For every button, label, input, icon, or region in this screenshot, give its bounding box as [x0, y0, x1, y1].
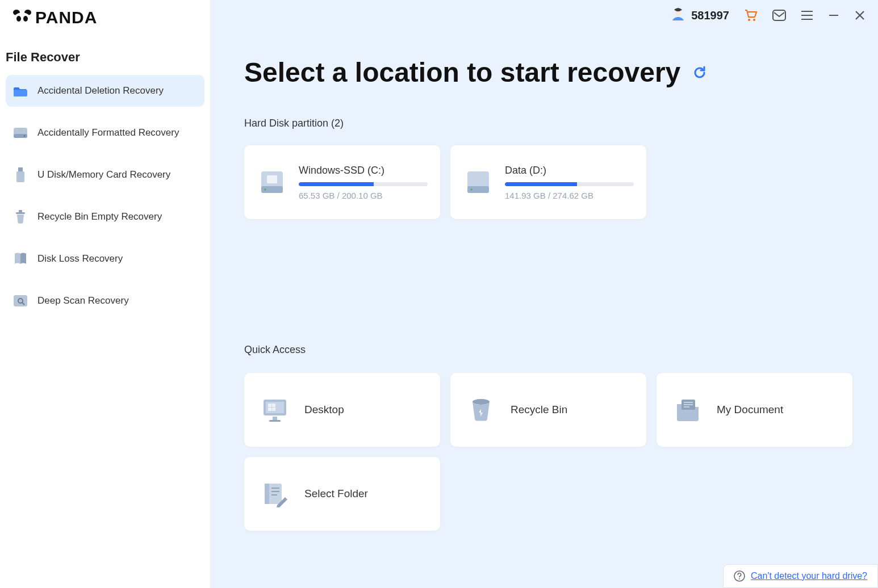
svg-point-33 [470, 188, 472, 190]
document-icon [674, 396, 701, 423]
quick-label: Select Folder [304, 488, 368, 500]
svg-rect-29 [267, 175, 277, 183]
sidebar-item-label: Deep Scan Recovery [37, 295, 129, 306]
help-link[interactable]: Can't detect your hard drive? [751, 571, 867, 581]
svg-point-3 [16, 16, 21, 22]
page-title: Select a location to start recovery [244, 57, 680, 88]
partition-usage-bar [505, 182, 634, 186]
close-button[interactable] [854, 10, 866, 21]
sidebar-item-label: U Disk/Memory Card Recovery [37, 169, 170, 180]
brand-name: PANDA [35, 8, 97, 27]
sidebar-item-label: Recycle Bin Empty Recovery [37, 211, 162, 222]
refresh-icon [692, 65, 708, 81]
folder-icon [14, 84, 27, 98]
user-id: 581997 [691, 9, 729, 22]
sidebar-item-formatted[interactable]: Accidentally Formatted Recovery [6, 117, 204, 149]
partition-size-text: 65.53 GB / 200.10 GB [299, 191, 428, 200]
help-chip[interactable]: Can't detect your hard drive? [723, 564, 878, 588]
sidebar: PANDA File Recover Accidental Deletion R… [0, 0, 210, 588]
mail-icon [772, 10, 786, 21]
cart-button[interactable] [744, 9, 758, 22]
partition-name: Data (D:) [505, 165, 634, 177]
minimize-button[interactable] [828, 10, 839, 21]
svg-point-19 [753, 19, 755, 21]
svg-rect-7 [14, 134, 27, 138]
quick-card-my-document[interactable]: My Document [657, 373, 852, 447]
sidebar-item-disk-loss[interactable]: Disk Loss Recovery [6, 243, 204, 275]
quick-card-recycle-bin[interactable]: Recycle Bin [450, 373, 646, 447]
sidebar-item-label: Accidental Deletion Recovery [37, 85, 164, 96]
brand-logo: PANDA [0, 0, 210, 33]
bin-icon [467, 396, 495, 423]
sidebar-item-label: Disk Loss Recovery [37, 253, 123, 264]
svg-rect-36 [273, 417, 277, 420]
book-icon [14, 252, 27, 266]
partition-name: Windows-SSD (C:) [299, 165, 428, 177]
sidebar-item-usb[interactable]: U Disk/Memory Card Recovery [6, 159, 204, 191]
user-account[interactable]: 581997 [671, 8, 729, 23]
svg-rect-41 [272, 408, 275, 411]
sidebar-nav: Accidental Deletion Recovery Accidentall… [0, 75, 210, 317]
svg-rect-48 [265, 484, 269, 504]
monitor-icon [261, 396, 289, 423]
svg-point-4 [23, 16, 28, 22]
topbar: 581997 [671, 8, 866, 23]
hdd-windows-icon [257, 167, 287, 198]
sidebar-item-accidental-deletion[interactable]: Accidental Deletion Recovery [6, 75, 204, 107]
close-icon [854, 10, 866, 21]
avatar-icon [671, 8, 685, 23]
svg-point-2 [14, 12, 31, 26]
menu-button[interactable] [801, 10, 813, 20]
mail-button[interactable] [772, 10, 786, 21]
partition-card-d[interactable]: Data (D:) 141.93 GB / 274.62 GB [450, 145, 646, 219]
svg-point-53 [739, 578, 740, 579]
sidebar-section-title: File Recover [0, 33, 210, 75]
partitions-heading: Hard Disk partition (2) [244, 117, 844, 129]
svg-rect-38 [268, 404, 271, 407]
panda-icon [12, 9, 32, 26]
svg-point-8 [24, 135, 26, 137]
quick-card-select-folder[interactable]: Select Folder [244, 457, 440, 531]
svg-point-18 [748, 19, 750, 21]
trash-icon [14, 210, 27, 224]
svg-rect-20 [773, 10, 785, 20]
svg-rect-37 [269, 420, 281, 422]
hamburger-icon [801, 10, 813, 20]
folder-edit-icon [261, 480, 289, 507]
partitions-row: Windows-SSD (C:) 65.53 GB / 200.10 GB Da… [244, 145, 844, 219]
svg-point-42 [473, 399, 490, 405]
quick-label: My Document [717, 404, 783, 416]
usb-icon [14, 168, 27, 182]
svg-rect-13 [14, 295, 27, 306]
partition-usage-bar [299, 182, 428, 186]
svg-rect-9 [18, 167, 23, 171]
svg-rect-39 [272, 404, 275, 407]
cart-icon [744, 9, 758, 22]
svg-rect-40 [268, 408, 271, 411]
help-icon [734, 570, 745, 582]
svg-rect-11 [16, 212, 25, 214]
quick-label: Recycle Bin [511, 404, 567, 416]
sidebar-item-deep-scan[interactable]: Deep Scan Recovery [6, 285, 204, 317]
quick-access-heading: Quick Access [244, 344, 844, 356]
scan-icon [14, 294, 27, 308]
quick-label: Desktop [304, 404, 344, 416]
minimize-icon [828, 10, 839, 21]
svg-rect-5 [14, 90, 27, 96]
svg-rect-31 [467, 171, 489, 188]
svg-rect-12 [19, 210, 22, 212]
refresh-button[interactable] [692, 65, 708, 81]
hdd-data-icon [463, 167, 494, 198]
partition-size-text: 141.93 GB / 274.62 GB [505, 191, 634, 200]
main-area: 581997 Select a location to start recove… [210, 0, 878, 588]
quick-card-desktop[interactable]: Desktop [244, 373, 440, 447]
partition-card-c[interactable]: Windows-SSD (C:) 65.53 GB / 200.10 GB [244, 145, 440, 219]
sidebar-item-label: Accidentally Formatted Recovery [37, 127, 179, 138]
svg-point-30 [264, 188, 266, 190]
svg-rect-10 [16, 171, 24, 182]
drive-icon [14, 126, 27, 140]
sidebar-item-recycle-bin[interactable]: Recycle Bin Empty Recovery [6, 201, 204, 233]
quick-access-grid: Desktop Recycle Bin My Document Select F… [244, 373, 844, 531]
